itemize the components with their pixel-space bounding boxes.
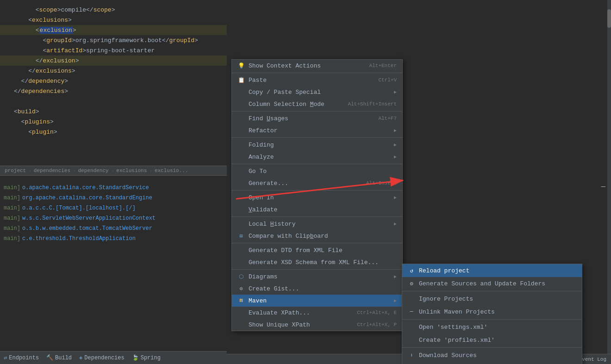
scrollbar-thumb[interactable]	[607, 9, 611, 28]
menu-item-local-history[interactable]: Local History ▶	[232, 218, 402, 230]
submenu-unlink-maven[interactable]: — Unlink Maven Projects	[402, 305, 582, 318]
diagrams-icon: ⬡	[237, 273, 245, 280]
paste-icon: 📋	[237, 76, 245, 84]
menu-separator	[232, 164, 402, 164]
endpoint-icon: ⇄	[4, 354, 7, 361]
download-icon: ⬇	[408, 352, 415, 359]
submenu-generate-sources[interactable]: ⚙ Generate Sources and Update Folders	[402, 277, 582, 290]
empty-icon	[237, 127, 245, 134]
menu-item-maven[interactable]: m Maven ▶	[232, 295, 402, 307]
code-line: </exclusions>	[0, 66, 227, 76]
maven-submenu: ↺ Reload project ⚙ Generate Sources and …	[402, 264, 582, 364]
submenu-create-profiles-xml[interactable]: Create 'profiles.xml'	[402, 333, 582, 346]
minimize-button[interactable]: —	[601, 183, 605, 191]
empty-icon	[408, 336, 415, 344]
empty-icon	[237, 100, 245, 108]
bottom-toolbar: ⇄ Endpoints 🔨 Build ◈ Dependencies 🍃 Spr…	[0, 351, 227, 364]
empty-icon	[237, 220, 245, 228]
log-area: main] o.apache.catalina.core.StandardSer…	[0, 180, 227, 338]
submenu-reload-project[interactable]: ↺ Reload project	[402, 264, 582, 277]
menu-item-refactor[interactable]: Refactor ▶	[232, 124, 402, 136]
code-line: <exclusion>	[0, 25, 227, 35]
editor-area: <scope>compile</scope> <exclusions> <exc…	[0, 0, 227, 364]
empty-icon	[237, 309, 245, 316]
menu-separator	[232, 111, 402, 111]
menu-item-generate-dtd[interactable]: Generate DTD from XML File	[232, 244, 402, 256]
empty-icon	[237, 115, 245, 122]
menu-separator	[232, 73, 402, 73]
code-line: <plugin>	[0, 127, 227, 137]
toolbar-spring[interactable]: 🍃 Spring	[132, 354, 161, 361]
spring-icon: 🍃	[132, 354, 139, 361]
toolbar-endpoints[interactable]: ⇄ Endpoints	[4, 354, 39, 361]
menu-item-compare-clipboard[interactable]: ⊞ Compare with Clipboard	[232, 230, 402, 242]
code-line: <exclusions>	[0, 15, 227, 25]
menu-item-generate[interactable]: Generate... Alt+Insert	[232, 177, 402, 189]
menu-item-validate[interactable]: Validate	[232, 204, 402, 216]
unlink-icon: —	[408, 308, 415, 315]
empty-icon	[237, 194, 245, 201]
menu-item-create-gist[interactable]: ⊙ Create Gist...	[232, 283, 402, 295]
generate-sources-icon: ⚙	[408, 280, 415, 287]
empty-icon	[237, 247, 245, 254]
reload-icon: ↺	[408, 267, 415, 274]
log-line: main] o.a.c.c.C.[Tomcat].[localhost].[/]	[4, 203, 223, 213]
empty-icon	[237, 88, 245, 96]
empty-icon	[237, 259, 245, 266]
toolbar-dependencies[interactable]: ◈ Dependencies	[79, 354, 125, 361]
code-line	[0, 96, 227, 106]
menu-item-open-in[interactable]: Open In ▶	[232, 191, 402, 204]
build-icon: 🔨	[46, 354, 53, 361]
log-line: main] o.s.b.w.embedded.tomcat.TomcatWebS…	[4, 223, 223, 234]
empty-icon	[237, 206, 245, 213]
menu-item-paste[interactable]: 📋 Paste Ctrl+V	[232, 74, 402, 86]
submenu-download-sources[interactable]: ⬇ Download Sources	[402, 349, 582, 362]
menu-separator	[232, 216, 402, 217]
submenu-separator	[402, 319, 582, 320]
maven-icon: m	[237, 297, 245, 304]
context-menu: 💡 Show Context Actions Alt+Enter 📋 Paste…	[231, 59, 403, 331]
empty-icon	[237, 179, 245, 187]
code-line: <groupId>org.springframework.boot</group…	[0, 35, 227, 45]
code-line: </exclusion>	[0, 56, 227, 66]
empty-icon	[237, 153, 245, 160]
code-line: <plugins>	[0, 117, 227, 127]
submenu-separator	[402, 347, 582, 348]
code-line: </dependencies>	[0, 86, 227, 96]
bulb-icon: 💡	[237, 62, 245, 69]
empty-icon	[408, 323, 415, 331]
menu-item-diagrams[interactable]: ⬡ Diagrams ▶	[232, 271, 402, 283]
menu-separator	[232, 137, 402, 138]
compare-icon: ⊞	[237, 232, 245, 240]
submenu-download-docs[interactable]: ⬇ Download Documentation	[402, 362, 582, 364]
breadcrumb: project › dependencies › dependency › ex…	[0, 166, 227, 176]
menu-item-goto[interactable]: Go To	[232, 165, 402, 177]
submenu-separator	[402, 291, 582, 291]
scrollbar[interactable]	[607, 0, 611, 364]
submenu-ignore-projects[interactable]: Ignore Projects	[402, 292, 582, 305]
toolbar-build[interactable]: 🔨 Build	[46, 354, 72, 361]
menu-item-evaluate-xpath[interactable]: Evaluate XPath... Ctrl+Alt+X, E	[232, 307, 402, 319]
log-line: main] o.apache.catalina.core.StandardSer…	[4, 183, 223, 193]
menu-item-show-context[interactable]: 💡 Show Context Actions Alt+Enter	[232, 60, 402, 72]
menu-item-show-xpath[interactable]: Show Unique XPath Ctrl+Alt+X, P	[232, 319, 402, 331]
code-line: <artifactId>spring-boot-starter	[0, 45, 227, 56]
menu-separator	[232, 269, 402, 270]
menu-item-folding[interactable]: Folding ▶	[232, 139, 402, 151]
menu-separator	[232, 243, 402, 243]
menu-item-column-selection[interactable]: Column Selection Mode Alt+Shift+Insert	[232, 98, 402, 110]
code-line: <scope>compile</scope>	[0, 5, 227, 15]
submenu-open-settings-xml[interactable]: Open 'settings.xml'	[402, 321, 582, 333]
menu-item-find-usages[interactable]: Find Usages Alt+F7	[232, 112, 402, 124]
menu-item-analyze[interactable]: Analyze ▶	[232, 151, 402, 163]
empty-icon	[237, 321, 245, 328]
dependencies-icon: ◈	[79, 354, 82, 361]
menu-item-generate-xsd[interactable]: Generate XSD Schema from XML File...	[232, 256, 402, 268]
code-line: </dependency>	[0, 76, 227, 86]
log-line: main] org.apache.catalina.core.StandardE…	[4, 193, 223, 203]
menu-item-copy-paste[interactable]: Copy / Paste Special ▶	[232, 86, 402, 98]
empty-icon	[237, 141, 245, 148]
gist-icon: ⊙	[237, 285, 245, 292]
log-line: main] w.s.c.ServletWebServerApplicationC…	[4, 213, 223, 223]
menu-separator	[232, 190, 402, 191]
